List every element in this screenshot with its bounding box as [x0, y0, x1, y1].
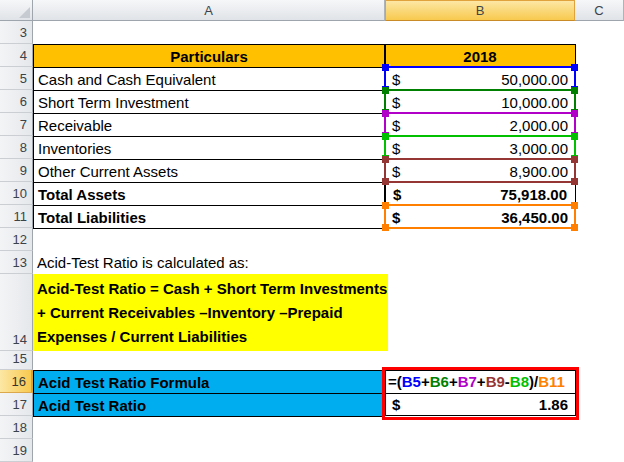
cell-a5-label[interactable]: Cash and Cash Equivalent — [33, 67, 385, 91]
formula-token: B5 — [402, 373, 421, 390]
formula-definition-note[interactable]: Acid-Test Ratio = Cash + Short Term Inve… — [33, 274, 388, 351]
cell-b11-total-liabilities-value[interactable]: $ 36,450.00 — [385, 205, 576, 229]
row-header-6[interactable]: 6 — [0, 90, 33, 113]
cell-a8-label[interactable]: Inventories — [33, 136, 385, 160]
row-header-9[interactable]: 9 — [0, 159, 33, 182]
column-header-b[interactable]: B — [385, 0, 575, 21]
row-header-4[interactable]: 4 — [0, 44, 33, 67]
currency-symbol: $ — [392, 209, 400, 226]
formula-token: )/ — [529, 373, 538, 390]
note-line-1: Acid-Test Ratio = Cash + Short Term Inve… — [37, 277, 388, 301]
cell-b5-value[interactable]: $ 50,000.00 — [385, 67, 576, 91]
row-header-7[interactable]: 7 — [0, 113, 33, 136]
row-header-17[interactable]: 17 — [0, 393, 33, 416]
cell-a6-label[interactable]: Short Term Investment — [33, 90, 385, 114]
formula-token: B6 — [430, 373, 449, 390]
currency-symbol: $ — [392, 117, 400, 134]
row-header-11[interactable]: 11 — [0, 205, 33, 228]
row-header-3[interactable]: 3 — [0, 21, 33, 44]
currency-symbol: $ — [392, 71, 400, 88]
cell-b9-value[interactable]: $ 8,900.00 — [385, 159, 576, 183]
row-header-19[interactable]: 19 — [0, 439, 33, 462]
note-line-2: + Current Receivables –Inventory –Prepai… — [37, 301, 388, 325]
row-header-10[interactable]: 10 — [0, 182, 33, 205]
cell-a4-particulars-header[interactable]: Particulars — [33, 44, 385, 68]
cell-a16-formula-label[interactable]: Acid Test Ratio Formula — [33, 370, 383, 394]
amount: 1.86 — [539, 396, 568, 413]
amount: 2,000.00 — [510, 117, 568, 134]
formula-token: + — [449, 373, 458, 390]
row-header-8[interactable]: 8 — [0, 136, 33, 159]
select-all-corner[interactable] — [0, 0, 33, 21]
cell-b16-formula[interactable]: =(B5+B6+B7+B9-B8)/B11 — [385, 370, 576, 393]
amount: 3,000.00 — [510, 140, 568, 157]
amount: 10,000.00 — [501, 94, 568, 111]
column-header-c[interactable]: C — [575, 0, 624, 21]
cell-b8-value[interactable]: $ 3,000.00 — [385, 136, 576, 160]
formula-token: =( — [388, 373, 402, 390]
formula-token: B7 — [458, 373, 477, 390]
row-header-18[interactable]: 18 — [0, 416, 33, 439]
amount: 8,900.00 — [510, 163, 568, 180]
note-line-3: Expenses / Current Liabilities — [37, 325, 388, 349]
spreadsheet: A B C 3 4 5 6 7 8 9 10 11 12 13 14 15 16… — [0, 0, 624, 462]
cell-a11-total-liabilities-label[interactable]: Total Liabilities — [33, 205, 385, 229]
formula-token: + — [421, 373, 430, 390]
row-header-12[interactable]: 12 — [0, 228, 33, 251]
currency-symbol: $ — [393, 186, 401, 203]
cell-a17-ratio-label[interactable]: Acid Test Ratio — [33, 393, 383, 417]
cell-a10-total-assets-label[interactable]: Total Assets — [33, 182, 385, 206]
currency-symbol: $ — [392, 163, 400, 180]
amount: 75,918.00 — [500, 186, 567, 203]
select-all-triangle-icon — [19, 7, 30, 18]
cell-a9-label[interactable]: Other Current Assets — [33, 159, 385, 183]
column-header-a[interactable]: A — [33, 0, 385, 21]
cell-b17-ratio-value[interactable]: $ 1.86 — [385, 393, 576, 416]
row-header-5[interactable]: 5 — [0, 67, 33, 90]
formula-token: + — [477, 373, 486, 390]
row-header-16[interactable]: 16 — [0, 370, 33, 393]
cell-b4-year-header[interactable]: 2018 — [385, 44, 576, 68]
amount: 36,450.00 — [501, 209, 568, 226]
amount: 50,000.00 — [501, 71, 568, 88]
currency-symbol: $ — [392, 140, 400, 157]
row-header-15[interactable]: 15 — [0, 351, 33, 370]
cell-b7-value[interactable]: $ 2,000.00 — [385, 113, 576, 137]
currency-symbol: $ — [392, 94, 400, 111]
currency-symbol: $ — [392, 396, 400, 413]
cell-b6-value[interactable]: $ 10,000.00 — [385, 90, 576, 114]
formula-token: B11 — [538, 373, 565, 390]
intro-text[interactable]: Acid-Test Ratio is calculated as: — [33, 251, 385, 274]
cell-a7-label[interactable]: Receivable — [33, 113, 385, 137]
row-header-13[interactable]: 13 — [0, 251, 33, 274]
row-header-14[interactable]: 14 — [0, 274, 33, 351]
cell-b10-total-assets-value[interactable]: $ 75,918.00 — [385, 182, 576, 206]
formula-token: B9 — [486, 373, 505, 390]
formula-token: B8 — [510, 373, 529, 390]
